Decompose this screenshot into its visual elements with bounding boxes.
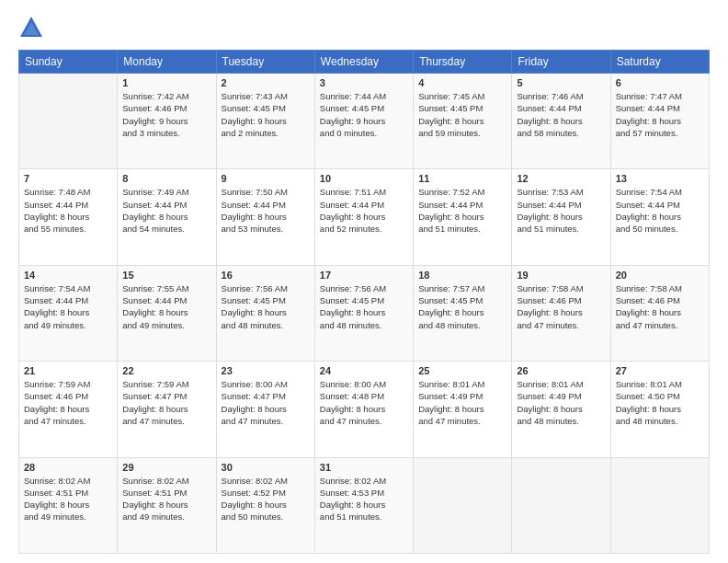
day-info: Sunrise: 8:00 AMSunset: 4:47 PMDaylight:… [222, 378, 310, 427]
calendar-cell: 14Sunrise: 7:54 AMSunset: 4:44 PMDayligh… [19, 265, 118, 361]
col-header-friday: Friday [512, 51, 610, 74]
day-info: Sunrise: 8:02 AMSunset: 4:51 PMDaylight:… [122, 475, 210, 523]
calendar-table: SundayMondayTuesdayWednesdayThursdayFrid… [18, 50, 710, 554]
day-info: Sunrise: 7:42 AMSunset: 4:46 PMDaylight:… [122, 90, 210, 139]
logo [18, 15, 48, 40]
day-info: Sunrise: 8:00 AMSunset: 4:48 PMDaylight:… [320, 378, 408, 427]
calendar-cell: 3Sunrise: 7:44 AMSunset: 4:45 PMDaylight… [314, 74, 413, 169]
day-info: Sunrise: 7:58 AMSunset: 4:46 PMDaylight:… [616, 282, 704, 331]
calendar-cell [414, 457, 512, 553]
calendar-cell: 21Sunrise: 7:59 AMSunset: 4:46 PMDayligh… [19, 362, 118, 457]
page: SundayMondayTuesdayWednesdayThursdayFrid… [0, 0, 728, 563]
calendar-cell: 10Sunrise: 7:51 AMSunset: 4:44 PMDayligh… [314, 169, 413, 265]
col-header-thursday: Thursday [414, 51, 512, 74]
calendar-cell: 23Sunrise: 8:00 AMSunset: 4:47 PMDayligh… [216, 362, 314, 457]
day-info: Sunrise: 8:01 AMSunset: 4:49 PMDaylight:… [517, 378, 605, 427]
col-header-monday: Monday [118, 51, 216, 74]
day-info: Sunrise: 7:50 AMSunset: 4:44 PMDaylight:… [222, 186, 310, 235]
day-number: 31 [320, 462, 408, 473]
calendar-cell: 7Sunrise: 7:48 AMSunset: 4:44 PMDaylight… [19, 169, 118, 265]
day-info: Sunrise: 8:02 AMSunset: 4:51 PMDaylight:… [24, 475, 112, 523]
day-number: 12 [517, 173, 605, 184]
day-number: 26 [517, 365, 605, 376]
calendar-cell: 29Sunrise: 8:02 AMSunset: 4:51 PMDayligh… [118, 457, 216, 553]
calendar-cell: 25Sunrise: 8:01 AMSunset: 4:49 PMDayligh… [414, 362, 512, 457]
day-number: 21 [24, 365, 112, 376]
day-number: 14 [24, 270, 112, 281]
day-number: 9 [222, 173, 310, 184]
calendar-cell: 27Sunrise: 8:01 AMSunset: 4:50 PMDayligh… [610, 362, 709, 457]
calendar-cell: 24Sunrise: 8:00 AMSunset: 4:48 PMDayligh… [314, 362, 413, 457]
calendar-cell: 6Sunrise: 7:47 AMSunset: 4:44 PMDaylight… [610, 74, 709, 169]
day-number: 24 [320, 365, 408, 376]
day-number: 28 [24, 462, 112, 473]
calendar-cell: 26Sunrise: 8:01 AMSunset: 4:49 PMDayligh… [512, 362, 610, 457]
calendar-cell [610, 457, 709, 553]
calendar-cell: 12Sunrise: 7:53 AMSunset: 4:44 PMDayligh… [512, 169, 610, 265]
day-info: Sunrise: 7:59 AMSunset: 4:47 PMDaylight:… [122, 378, 210, 427]
day-info: Sunrise: 7:44 AMSunset: 4:45 PMDaylight:… [320, 90, 408, 139]
calendar-cell: 20Sunrise: 7:58 AMSunset: 4:46 PMDayligh… [610, 265, 709, 361]
day-info: Sunrise: 7:45 AMSunset: 4:45 PMDaylight:… [418, 90, 506, 139]
day-info: Sunrise: 7:54 AMSunset: 4:44 PMDaylight:… [24, 282, 112, 331]
day-number: 20 [616, 270, 704, 281]
calendar-cell [512, 457, 610, 553]
day-number: 18 [418, 270, 506, 281]
calendar-cell: 15Sunrise: 7:55 AMSunset: 4:44 PMDayligh… [118, 265, 216, 361]
calendar-cell: 2Sunrise: 7:43 AMSunset: 4:45 PMDaylight… [216, 74, 314, 169]
col-header-saturday: Saturday [610, 51, 709, 74]
day-info: Sunrise: 7:56 AMSunset: 4:45 PMDaylight:… [320, 282, 408, 331]
calendar-cell [19, 74, 118, 169]
day-number: 13 [616, 173, 704, 184]
day-number: 15 [122, 270, 210, 281]
day-info: Sunrise: 7:56 AMSunset: 4:45 PMDaylight:… [222, 282, 310, 331]
day-info: Sunrise: 7:51 AMSunset: 4:44 PMDaylight:… [320, 186, 408, 235]
day-number: 16 [222, 270, 310, 281]
col-header-tuesday: Tuesday [216, 51, 314, 74]
day-info: Sunrise: 7:55 AMSunset: 4:44 PMDaylight:… [122, 282, 210, 331]
day-number: 5 [517, 77, 605, 88]
day-info: Sunrise: 8:02 AMSunset: 4:53 PMDaylight:… [320, 475, 408, 523]
calendar-cell: 1Sunrise: 7:42 AMSunset: 4:46 PMDaylight… [118, 74, 216, 169]
calendar-cell: 9Sunrise: 7:50 AMSunset: 4:44 PMDaylight… [216, 169, 314, 265]
col-header-wednesday: Wednesday [314, 51, 413, 74]
day-info: Sunrise: 7:57 AMSunset: 4:45 PMDaylight:… [418, 282, 506, 331]
calendar-cell: 4Sunrise: 7:45 AMSunset: 4:45 PMDaylight… [414, 74, 512, 169]
calendar-cell: 30Sunrise: 8:02 AMSunset: 4:52 PMDayligh… [216, 457, 314, 553]
day-number: 19 [517, 270, 605, 281]
day-info: Sunrise: 8:02 AMSunset: 4:52 PMDaylight:… [222, 475, 310, 523]
calendar-cell: 5Sunrise: 7:46 AMSunset: 4:44 PMDaylight… [512, 74, 610, 169]
day-info: Sunrise: 7:43 AMSunset: 4:45 PMDaylight:… [222, 90, 310, 139]
day-number: 17 [320, 270, 408, 281]
day-info: Sunrise: 7:48 AMSunset: 4:44 PMDaylight:… [24, 186, 112, 235]
day-number: 3 [320, 77, 408, 88]
calendar-cell: 22Sunrise: 7:59 AMSunset: 4:47 PMDayligh… [118, 362, 216, 457]
calendar-cell: 16Sunrise: 7:56 AMSunset: 4:45 PMDayligh… [216, 265, 314, 361]
day-number: 27 [616, 365, 704, 376]
day-number: 30 [222, 462, 310, 473]
calendar-cell: 18Sunrise: 7:57 AMSunset: 4:45 PMDayligh… [414, 265, 512, 361]
day-info: Sunrise: 8:01 AMSunset: 4:50 PMDaylight:… [616, 378, 704, 427]
day-number: 11 [418, 173, 506, 184]
day-info: Sunrise: 7:49 AMSunset: 4:44 PMDaylight:… [122, 186, 210, 235]
day-number: 25 [418, 365, 506, 376]
day-number: 4 [418, 77, 506, 88]
day-number: 7 [24, 173, 112, 184]
day-number: 22 [122, 365, 210, 376]
day-number: 8 [122, 173, 210, 184]
day-info: Sunrise: 7:47 AMSunset: 4:44 PMDaylight:… [616, 90, 704, 139]
day-number: 10 [320, 173, 408, 184]
day-info: Sunrise: 7:54 AMSunset: 4:44 PMDaylight:… [616, 186, 704, 235]
calendar-cell: 19Sunrise: 7:58 AMSunset: 4:46 PMDayligh… [512, 265, 610, 361]
calendar-cell: 17Sunrise: 7:56 AMSunset: 4:45 PMDayligh… [314, 265, 413, 361]
day-info: Sunrise: 7:58 AMSunset: 4:46 PMDaylight:… [517, 282, 605, 331]
logo-icon [18, 15, 44, 40]
day-number: 23 [222, 365, 310, 376]
day-info: Sunrise: 7:53 AMSunset: 4:44 PMDaylight:… [517, 186, 605, 235]
col-header-sunday: Sunday [19, 51, 118, 74]
day-info: Sunrise: 7:59 AMSunset: 4:46 PMDaylight:… [24, 378, 112, 427]
day-info: Sunrise: 7:52 AMSunset: 4:44 PMDaylight:… [418, 186, 506, 235]
header [18, 15, 710, 40]
calendar-cell: 11Sunrise: 7:52 AMSunset: 4:44 PMDayligh… [414, 169, 512, 265]
day-number: 29 [122, 462, 210, 473]
